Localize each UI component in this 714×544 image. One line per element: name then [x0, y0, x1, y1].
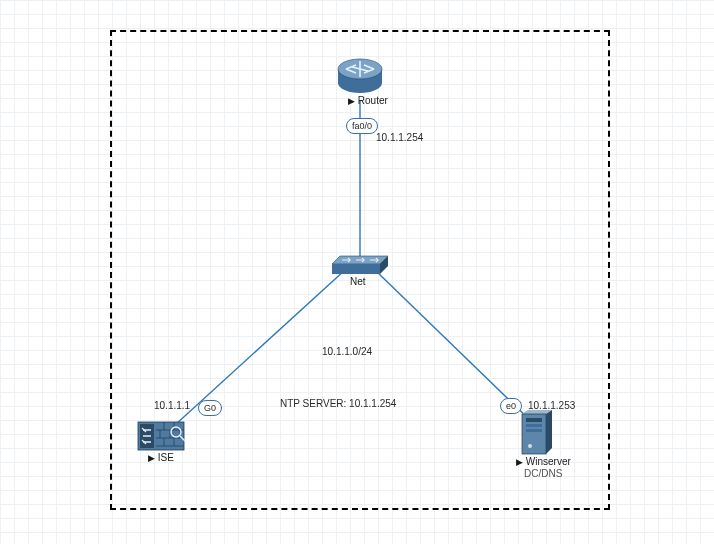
ntp-label: NTP SERVER: 10.1.1.254 [280, 398, 396, 409]
winserver-sublabel: DC/DNS [524, 468, 562, 479]
svg-rect-23 [526, 418, 542, 422]
ise-icon[interactable] [138, 422, 185, 450]
svg-rect-24 [526, 424, 542, 427]
switch-label: Net [350, 276, 366, 287]
play-icon: ▶ [516, 457, 523, 467]
svg-marker-22 [546, 410, 552, 454]
win-ip-label: 10.1.1.253 [528, 400, 575, 411]
router-icon[interactable] [338, 59, 382, 93]
play-icon: ▶ [148, 453, 155, 463]
winserver-label: ▶ Winserver [516, 456, 571, 467]
switch-label-text: Net [350, 276, 366, 287]
port-router-fa00: fa0/0 [346, 118, 378, 134]
links-and-devices [0, 0, 714, 544]
ise-ip-label: 10.1.1.1 [154, 400, 190, 411]
router-label-text: Router [358, 95, 388, 106]
port-ise-g0: G0 [198, 400, 222, 416]
router-label: ▶ Router [348, 95, 388, 106]
port-win-e0: e0 [500, 398, 522, 414]
router-ip-label: 10.1.1.254 [376, 132, 423, 143]
svg-rect-4 [332, 264, 380, 274]
switch-icon[interactable] [332, 256, 388, 274]
ise-label: ▶ ISE [148, 452, 174, 463]
winserver-label-text: Winserver [526, 456, 571, 467]
play-icon: ▶ [348, 96, 355, 106]
ise-label-text: ISE [158, 452, 174, 463]
subnet-label: 10.1.1.0/24 [322, 346, 372, 357]
winserver-icon[interactable] [522, 410, 552, 454]
svg-rect-25 [526, 429, 542, 432]
topology-canvas: ▶ Router Net ▶ ISE ▶ Winserver DC/DNS fa… [0, 0, 714, 544]
svg-point-26 [528, 444, 532, 448]
